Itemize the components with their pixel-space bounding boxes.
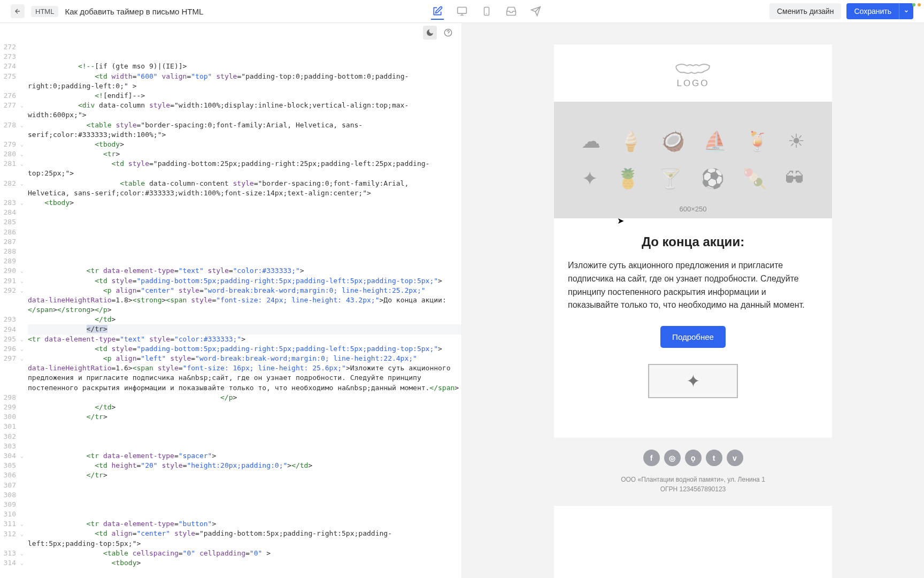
code-editor[interactable]: 2722732742752762772782792802812822832842… [0, 23, 462, 578]
send-icon[interactable] [529, 5, 542, 18]
desktop-preview-icon[interactable] [456, 5, 468, 18]
edit-mode-icon[interactable] [431, 7, 444, 20]
coconut-icon: 🥥 [661, 130, 685, 153]
mail-heading: До конца акции: [568, 234, 818, 249]
sailboat-icon: ⛵ [703, 130, 727, 153]
inbox-icon[interactable] [505, 5, 518, 18]
sun-icon: ☀ [788, 130, 805, 153]
ball-icon: ⚽ [700, 168, 725, 190]
footer-company: ООО «Плантации водной памяти», ул. Ленин… [554, 475, 832, 484]
mobile-preview-icon[interactable] [480, 5, 493, 18]
hero-image-placeholder: ☁ 🍦 🥥 ⛵ 🍹 ☀ ✦ 🍍 🍸 ⚽ 🍡 🕶 600×250 [554, 102, 832, 218]
instagram-icon[interactable]: ◎ [664, 450, 681, 466]
sunglasses-icon: 🕶 [785, 168, 804, 190]
icecream-icon: 🍡 [743, 168, 767, 190]
page-title: Как добавить таймер в письмо HTML [65, 7, 203, 16]
drink-icon: 🍹 [745, 130, 769, 153]
svg-text:LOGO: LOGO [676, 78, 709, 88]
save-dropdown[interactable] [899, 3, 913, 19]
hero-dimensions-label: 600×250 [680, 205, 707, 213]
facebook-icon[interactable]: f [643, 450, 660, 466]
email-preview: ➤ LOGO ☁ 🍦 🥥 ⛵ 🍹 ☀ ✦ [462, 23, 924, 578]
cocktail-icon: 🍸 [658, 168, 682, 190]
vk-icon[interactable]: v [727, 450, 743, 466]
html-badge: HTML [31, 6, 58, 17]
logo-placeholder: LOGO [554, 44, 832, 102]
svg-rect-0 [457, 7, 466, 14]
ok-icon[interactable]: ọ [685, 450, 702, 466]
help-icon[interactable] [441, 26, 455, 40]
cloud-icon: ☁ [581, 130, 600, 153]
save-button[interactable]: Сохранить [846, 3, 899, 19]
popsicle-icon: 🍦 [619, 130, 643, 153]
twitter-icon[interactable]: t [706, 450, 722, 466]
mail-cta-button[interactable]: Подробнее [660, 326, 726, 348]
mail-paragraph: Изложите суть акционного предложения и п… [568, 259, 818, 312]
starfish-icon: ✦ [582, 168, 598, 190]
footer-ogrn: ОГРН 1234567890123 [554, 484, 832, 494]
back-button[interactable] [11, 4, 25, 18]
theme-toggle-icon[interactable] [423, 26, 437, 40]
change-design-button[interactable]: Сменить дизайн [769, 3, 841, 19]
pineapple-icon: 🍍 [616, 168, 640, 190]
timer-placeholder: ✦ [648, 364, 738, 398]
